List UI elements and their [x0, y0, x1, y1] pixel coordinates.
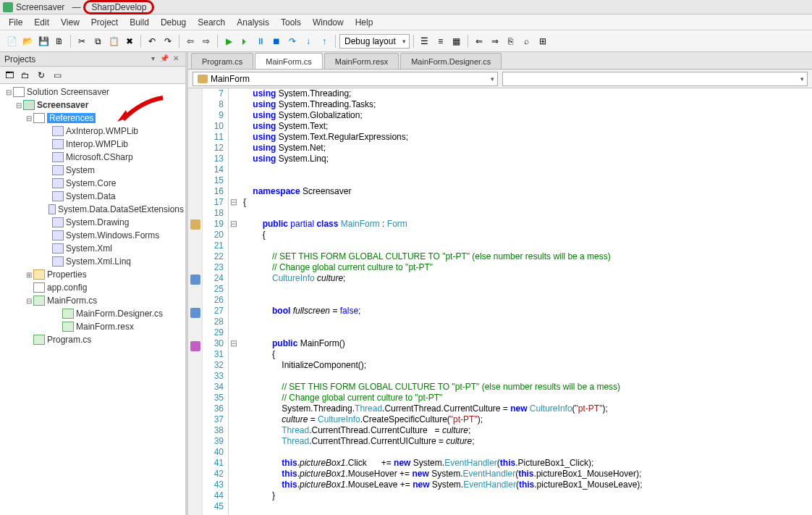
- menu-project[interactable]: Project: [85, 16, 124, 29]
- menu-tools[interactable]: Tools: [275, 16, 307, 29]
- code-line[interactable]: [243, 240, 812, 251]
- step-over-button[interactable]: ↷: [285, 34, 300, 49]
- tree-item[interactable]: ⊟Solution Screensaver: [1, 85, 184, 99]
- new-file-button[interactable]: 📄: [4, 34, 19, 49]
- menu-build[interactable]: Build: [124, 16, 155, 29]
- code-line[interactable]: // Change global current culture to "pt-…: [243, 262, 812, 273]
- cut-button[interactable]: ✂: [75, 34, 89, 49]
- fold-toggle[interactable]: ⊟: [229, 219, 239, 230]
- tree-item[interactable]: System.Windows.Forms: [1, 229, 184, 242]
- tree-toggle-icon[interactable]: ⊞: [25, 271, 33, 279]
- code-line[interactable]: using System.Threading.Tasks;: [243, 99, 812, 110]
- tool-g-button[interactable]: ⌕: [520, 34, 534, 49]
- code-line[interactable]: [243, 501, 812, 512]
- solution-tree[interactable]: ⊟Solution Screensaver⊟Screensaver⊟Refere…: [0, 84, 185, 515]
- tree-item[interactable]: System.Xml: [1, 242, 184, 255]
- code-line[interactable]: using System.Net;: [243, 143, 812, 154]
- code-line[interactable]: culture = CultureInfo.CreateSpecificCult…: [243, 414, 812, 425]
- tree-item[interactable]: ⊟References: [1, 112, 184, 125]
- code-line[interactable]: using System.Text;: [243, 121, 812, 132]
- menu-search[interactable]: Search: [192, 16, 231, 29]
- paste-button[interactable]: 📋: [106, 34, 121, 49]
- tool-f-button[interactable]: ⎘: [504, 34, 518, 49]
- code-line[interactable]: bool fullscreen = false;: [243, 306, 812, 317]
- step-into-button[interactable]: ↓: [301, 34, 316, 49]
- layout-dropdown[interactable]: Debug layout: [339, 34, 410, 49]
- tree-item[interactable]: Microsoft.CSharp: [1, 151, 184, 164]
- tool-e-button[interactable]: ⇒: [488, 34, 502, 49]
- tree-item[interactable]: MainForm.resx: [1, 320, 184, 333]
- tool-h-button[interactable]: ⊞: [536, 34, 550, 49]
- fold-toggle[interactable]: ⊟: [229, 197, 239, 208]
- code-line[interactable]: public MainForm(): [243, 338, 812, 349]
- code-line[interactable]: using System.Threading;: [243, 88, 812, 99]
- delete-button[interactable]: ✖: [122, 34, 137, 49]
- code-line[interactable]: // SET THIS FORM GLOBAL CULTURE TO "pt-P…: [243, 382, 812, 393]
- save-all-button[interactable]: 🗎: [52, 34, 67, 49]
- tab-mainform-resx[interactable]: MainForm.resx: [324, 53, 399, 69]
- code-line[interactable]: {: [243, 230, 812, 240]
- undo-button[interactable]: ↶: [145, 34, 159, 49]
- menu-help[interactable]: Help: [350, 16, 379, 29]
- code-line[interactable]: // SET THIS FORM GLOBAL CULTURE TO "pt-P…: [243, 251, 812, 262]
- menu-window[interactable]: Window: [307, 16, 350, 29]
- tree-item[interactable]: System.Core: [1, 177, 184, 190]
- code-line[interactable]: public partial class MainForm : Form: [243, 219, 812, 230]
- code-line[interactable]: {: [243, 197, 812, 208]
- code-line[interactable]: this.pictureBox1.MouseLeave += new Syste…: [243, 480, 812, 490]
- tool-b-button[interactable]: ≡: [434, 34, 448, 49]
- tree-item[interactable]: AxInterop.WMPLib: [1, 125, 184, 138]
- properties-icon[interactable]: 🗔: [3, 69, 16, 82]
- tab-mainform-cs[interactable]: MainForm.cs: [255, 53, 323, 69]
- code-line[interactable]: }: [243, 490, 812, 501]
- code-line[interactable]: {: [243, 349, 812, 360]
- tree-toggle-icon[interactable]: ⊟: [25, 114, 33, 122]
- panel-pin-button[interactable]: 📌: [159, 54, 169, 64]
- save-button[interactable]: 💾: [36, 34, 51, 49]
- show-all-icon[interactable]: 🗀: [19, 69, 32, 82]
- member-combo[interactable]: [502, 72, 808, 86]
- fold-toggle[interactable]: ⊟: [229, 338, 239, 349]
- tree-item[interactable]: Interop.WMPLib: [1, 138, 184, 151]
- menu-file[interactable]: File: [3, 16, 28, 29]
- code-line[interactable]: using System.Linq;: [243, 154, 812, 164]
- code-line[interactable]: Thread.CurrentThread.CurrentCulture = cu…: [243, 425, 812, 436]
- tool-d-button[interactable]: ⇐: [472, 34, 486, 49]
- tab-mainform-designer-cs[interactable]: MainForm.Designer.cs: [400, 53, 502, 69]
- code-line[interactable]: [243, 208, 812, 219]
- code-line[interactable]: System.Threading.Thread.CurrentThread.Cu…: [243, 403, 812, 414]
- panel-close-button[interactable]: ✕: [171, 54, 181, 64]
- tree-item[interactable]: app.config: [1, 281, 184, 294]
- code-line[interactable]: using System.Text.RegularExpressions;: [243, 132, 812, 143]
- code-line[interactable]: [243, 371, 812, 382]
- panel-menu-button[interactable]: ▾: [148, 54, 158, 64]
- tree-item[interactable]: MainForm.Designer.cs: [1, 307, 184, 320]
- refresh-icon[interactable]: ↻: [35, 69, 48, 82]
- tree-item[interactable]: System.Drawing: [1, 216, 184, 229]
- tree-item[interactable]: Program.cs: [1, 333, 184, 346]
- code-line[interactable]: [243, 295, 812, 306]
- tool-a-button[interactable]: ☰: [418, 34, 432, 49]
- code-editor[interactable]: 7891011121314151617181920212223242526272…: [188, 88, 812, 515]
- menu-debug[interactable]: Debug: [155, 16, 192, 29]
- menu-view[interactable]: View: [55, 16, 85, 29]
- run-noDebug-button[interactable]: ⏵: [237, 34, 252, 49]
- tree-toggle-icon[interactable]: ⊟: [14, 101, 23, 109]
- tree-toggle-icon[interactable]: ⊟: [4, 88, 13, 96]
- tree-item[interactable]: ⊞Properties: [1, 268, 184, 281]
- class-combo[interactable]: MainForm: [193, 72, 498, 86]
- tree-item[interactable]: System.Data: [1, 190, 184, 203]
- code-line[interactable]: [243, 164, 812, 175]
- tree-item[interactable]: System.Data.DataSetExtensions: [1, 203, 184, 216]
- code-line[interactable]: CultureInfo culture;: [243, 273, 812, 284]
- collapse-icon[interactable]: ▭: [51, 69, 64, 82]
- code-line[interactable]: this.pictureBox1.MouseHover += new Syste…: [243, 469, 812, 480]
- tool-c-button[interactable]: ▦: [449, 34, 464, 49]
- menu-edit[interactable]: Edit: [28, 16, 55, 29]
- tree-item[interactable]: System.Xml.Linq: [1, 255, 184, 268]
- code-line[interactable]: [243, 317, 812, 327]
- step-out-button[interactable]: ↑: [317, 34, 331, 49]
- code-line[interactable]: [243, 175, 812, 186]
- code-line[interactable]: Thread.CurrentThread.CurrentUICulture = …: [243, 436, 812, 447]
- tab-program-cs[interactable]: Program.cs: [191, 53, 253, 69]
